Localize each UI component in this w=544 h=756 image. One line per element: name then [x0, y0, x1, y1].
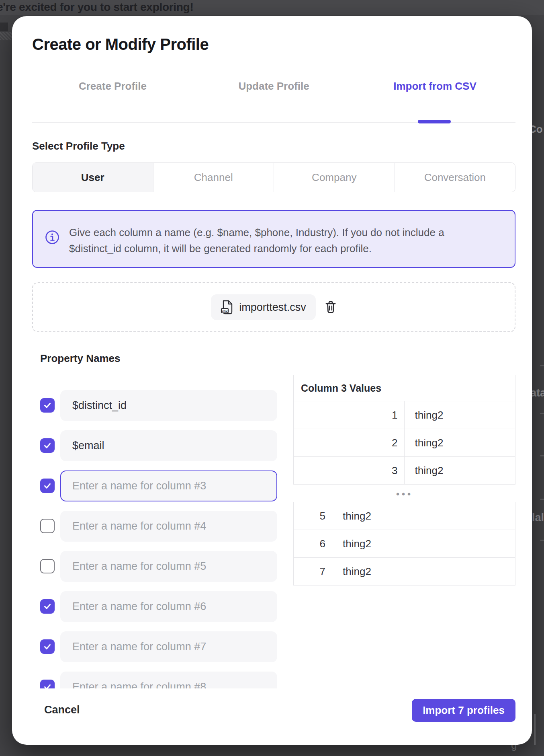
- profile-type-user[interactable]: User: [33, 163, 153, 192]
- property-row: [32, 390, 297, 421]
- row-value: thing2: [405, 401, 515, 429]
- file-dropzone[interactable]: csv importtest.csv: [32, 282, 515, 332]
- profile-type-conversation[interactable]: Conversation: [395, 163, 515, 192]
- column-2-name-input[interactable]: [60, 430, 277, 461]
- column-7-name-input[interactable]: [60, 631, 277, 662]
- info-banner: Give each column a name (e.g. $name, $ph…: [32, 210, 515, 268]
- modal-title: Create or Modify Profile: [32, 35, 209, 53]
- preview-table-header: Column 3 Values: [294, 375, 515, 401]
- property-row: [32, 511, 297, 542]
- active-tab-indicator: [418, 120, 451, 123]
- svg-text:csv: csv: [222, 309, 228, 313]
- profile-type-selector: User Channel Company Conversation: [32, 162, 515, 192]
- remove-file-button[interactable]: [325, 300, 337, 314]
- info-banner-text: Give each column a name (e.g. $name, $ph…: [69, 224, 487, 257]
- column-6-name-input[interactable]: [60, 591, 277, 622]
- row-index: 5: [294, 502, 332, 530]
- info-icon: [45, 230, 59, 244]
- screen: e're excited for you to start exploring!…: [0, 0, 544, 756]
- column-7-checkbox[interactable]: [40, 639, 55, 654]
- column-6-checkbox[interactable]: [40, 599, 55, 614]
- import-profiles-button[interactable]: Import 7 profiles: [412, 699, 515, 722]
- background-artifact: [0, 23, 8, 31]
- column-8-checkbox[interactable]: [40, 680, 55, 688]
- background-artifact: [540, 365, 544, 366]
- column-values-preview: Column 3 Values 1 thing2 2 thing2 3 thin…: [293, 375, 515, 585]
- row-value: thing2: [405, 456, 515, 484]
- background-artifact: [540, 540, 544, 541]
- row-index: 1: [294, 401, 405, 429]
- column-4-name-input[interactable]: [60, 511, 277, 542]
- table-row: 7 thing2: [294, 557, 515, 585]
- table-row: 1 thing2: [294, 401, 515, 429]
- column-values-table-top: Column 3 Values 1 thing2 2 thing2 3 thin…: [293, 375, 515, 485]
- check-icon: [43, 401, 52, 410]
- column-8-name-input[interactable]: [60, 672, 277, 688]
- row-index: 3: [294, 456, 405, 484]
- background-banner-text: e're excited for you to start exploring!: [0, 1, 193, 14]
- background-artifact: [540, 499, 544, 500]
- property-row: [32, 672, 297, 688]
- uploaded-file-name: importtest.csv: [239, 301, 306, 314]
- check-icon: [43, 642, 52, 651]
- tab-create-profile[interactable]: Create Profile: [32, 76, 193, 97]
- background-artifact: [540, 413, 544, 414]
- trash-icon: [325, 300, 337, 314]
- background-artifact: [534, 714, 536, 745]
- column-1-checkbox[interactable]: [40, 398, 55, 413]
- row-value: thing2: [405, 429, 515, 456]
- rows-ellipsis: ●●●: [293, 490, 515, 497]
- check-icon: [43, 602, 52, 611]
- background-text-fragment: lal: [532, 512, 544, 524]
- property-row: [32, 551, 297, 582]
- cancel-button[interactable]: Cancel: [41, 701, 83, 719]
- profile-type-channel[interactable]: Channel: [153, 163, 274, 192]
- csv-file-icon: csv: [221, 300, 233, 314]
- column-3-name-input[interactable]: [60, 470, 277, 501]
- column-5-name-input[interactable]: [60, 551, 277, 582]
- property-name-list: [32, 346, 297, 688]
- background-text-fragment: ata: [530, 387, 544, 399]
- table-row: 3 thing2: [294, 456, 515, 484]
- row-index: 2: [294, 429, 405, 456]
- property-row: [32, 631, 297, 662]
- check-icon: [43, 682, 52, 688]
- property-row: [32, 470, 297, 501]
- check-icon: [43, 441, 52, 450]
- row-index: 6: [294, 530, 332, 557]
- row-value: thing2: [332, 530, 515, 557]
- table-row: 5 thing2: [294, 502, 515, 530]
- tab-update-profile[interactable]: Update Profile: [193, 76, 354, 97]
- check-icon: [43, 481, 52, 490]
- row-value: thing2: [332, 502, 515, 530]
- profile-type-company[interactable]: Company: [274, 163, 395, 192]
- column-1-name-input[interactable]: [60, 390, 277, 421]
- column-5-checkbox[interactable]: [40, 559, 55, 573]
- background-artifact: [540, 455, 544, 456]
- uploaded-file-chip: csv importtest.csv: [211, 294, 316, 320]
- column-values-table-bottom: 5 thing2 6 thing2 7 thing2: [293, 502, 515, 585]
- row-index: 7: [294, 557, 332, 585]
- row-value: thing2: [332, 557, 515, 585]
- create-or-modify-profile-modal: Create or Modify Profile Create Profile …: [12, 16, 532, 745]
- property-row: [32, 591, 297, 622]
- tab-bar: Create Profile Update Profile Import fro…: [32, 76, 515, 97]
- column-3-checkbox[interactable]: [40, 479, 55, 493]
- tab-import-from-csv[interactable]: Import from CSV: [354, 76, 515, 97]
- property-row: [32, 430, 297, 461]
- table-row: 2 thing2: [294, 429, 515, 456]
- column-4-checkbox[interactable]: [40, 519, 55, 533]
- background-banner: e're excited for you to start exploring!: [0, 0, 544, 15]
- table-row: 6 thing2: [294, 530, 515, 557]
- column-2-checkbox[interactable]: [40, 438, 55, 453]
- profile-type-label: Select Profile Type: [32, 140, 125, 152]
